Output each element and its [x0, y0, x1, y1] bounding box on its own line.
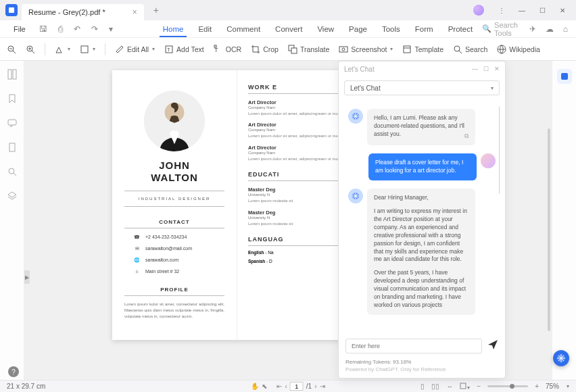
last-page-icon[interactable]: ⇥	[320, 383, 325, 390]
send-icon[interactable]: ✈	[529, 24, 536, 34]
chat-input[interactable]	[345, 339, 482, 353]
expand-panel-handle[interactable]: ▶	[24, 270, 30, 284]
search-tools-input[interactable]: 🔍 Search Tools	[482, 21, 520, 37]
comment-icon[interactable]	[7, 118, 18, 128]
ai-avatar-icon	[348, 109, 363, 124]
wikipedia-button[interactable]: Wikipedia	[497, 45, 540, 54]
tokens-remaining: Remaining Tokens: 93.18%	[345, 359, 498, 365]
resume-subtitle: INDUSTRIAL DESIGNER	[124, 191, 224, 207]
save-icon[interactable]: 🖫	[39, 24, 47, 34]
resume-name-first: JOHN	[124, 160, 224, 172]
zoom-out-status-icon[interactable]: −	[477, 383, 481, 390]
user-avatar-icon	[481, 153, 496, 168]
cloud-icon[interactable]: ☁	[546, 24, 554, 34]
status-bar: 21 x 29.7 cm ✋ ⬉ ⇤ ‹ /1 › ⇥ ▯ ▯▯ ↔ ▾ − +…	[0, 380, 576, 392]
maximize-icon[interactable]: ☐	[534, 2, 550, 18]
zoom-out-icon[interactable]	[7, 45, 16, 54]
fit-page-icon[interactable]: ▾	[460, 383, 470, 391]
chat-mode-dropdown[interactable]: Let's Chat ▾	[344, 80, 500, 95]
prev-page-icon[interactable]: ‹	[285, 383, 287, 390]
search-button[interactable]: Search	[453, 45, 487, 54]
zoom-in-status-icon[interactable]: +	[535, 383, 539, 390]
template-button[interactable]: Template	[402, 45, 443, 54]
menu-tools[interactable]: Tools	[375, 22, 407, 36]
svg-rect-24	[8, 120, 16, 125]
hand-tool-icon[interactable]: ✋	[251, 383, 259, 390]
continuous-icon[interactable]: ▯▯	[431, 383, 439, 390]
layers-icon[interactable]	[7, 191, 18, 201]
chat-close-icon[interactable]: ✕	[494, 66, 500, 72]
svg-rect-8	[81, 46, 88, 53]
edit-all-button[interactable]: Edit All▾	[115, 45, 155, 54]
profile-heading: PROFILE	[124, 287, 224, 296]
send-message-icon[interactable]	[487, 339, 498, 353]
file-menu[interactable]: File	[8, 22, 31, 36]
menu-protect[interactable]: Protect	[441, 22, 479, 36]
user-avatar-icon[interactable]	[473, 5, 484, 16]
minimize-icon[interactable]: —	[514, 2, 530, 18]
redo-icon[interactable]: ↷	[91, 24, 98, 34]
menu-home[interactable]: Home	[156, 22, 191, 36]
search-panel-icon[interactable]	[7, 166, 18, 177]
help-icon[interactable]: ?	[8, 366, 19, 377]
thumbnails-icon[interactable]	[7, 69, 18, 80]
ai-panel-icon[interactable]	[557, 69, 572, 84]
shape-icon[interactable]: ▾	[80, 45, 95, 54]
close-window-icon[interactable]: ✕	[554, 2, 571, 18]
zoom-percent: 75%	[546, 383, 559, 390]
ai-assistant-button[interactable]	[553, 350, 569, 366]
close-tab-icon[interactable]: ×	[133, 7, 137, 17]
chat-scrollbar[interactable]	[499, 106, 500, 194]
undo-icon[interactable]: ↶	[74, 24, 80, 34]
search-placeholder: Search Tools	[494, 21, 520, 37]
new-tab-button[interactable]: +	[153, 5, 159, 16]
vertical-scrollbar[interactable]	[548, 128, 550, 331]
chat-mode-label: Let's Chat	[350, 84, 381, 92]
chat-min-icon[interactable]: —	[472, 66, 478, 72]
next-page-icon[interactable]: ›	[314, 383, 316, 390]
menu-view[interactable]: View	[310, 22, 341, 36]
crop-button[interactable]: Crop	[251, 45, 279, 54]
svg-text:T: T	[167, 47, 170, 53]
svg-point-19	[454, 46, 460, 51]
menu-form[interactable]: Form	[408, 22, 440, 36]
first-page-icon[interactable]: ⇤	[277, 383, 282, 390]
zoom-dropdown-icon[interactable]: ▾	[567, 383, 569, 389]
attachment-icon[interactable]	[7, 142, 18, 153]
chat-body: Hello, I am Lumi. Please ask any documen…	[344, 102, 500, 333]
page-number-input[interactable]	[290, 382, 304, 391]
menu-page[interactable]: Page	[342, 22, 374, 36]
chat-max-icon[interactable]: ☐	[483, 66, 489, 72]
menu-convert[interactable]: Convert	[268, 22, 309, 36]
svg-rect-14	[291, 48, 297, 53]
ocr-button[interactable]: TOCR	[214, 45, 241, 54]
bookmark-icon[interactable]	[7, 93, 18, 104]
svg-point-26	[9, 168, 14, 174]
chat-message-user: Please draft a cover letter for me, I am…	[348, 153, 496, 180]
add-text-button[interactable]: TAdd Text	[164, 45, 204, 54]
qat-dropdown-icon[interactable]: ▾	[109, 24, 113, 34]
main-menu: Home Edit Comment Convert View Page Tool…	[156, 22, 479, 36]
document-tab[interactable]: Resume - Grey(2).pdf * ×	[22, 4, 144, 20]
select-tool-icon[interactable]: ⬉	[262, 383, 267, 390]
translate-button[interactable]: Translate	[288, 45, 329, 54]
highlight-icon[interactable]: ▾	[55, 45, 70, 54]
more-icon[interactable]: ⋮	[494, 2, 510, 18]
svg-rect-30	[561, 73, 568, 80]
menu-comment[interactable]: Comment	[220, 22, 267, 36]
svg-rect-23	[13, 70, 16, 79]
fit-width-icon[interactable]: ↔	[446, 383, 453, 390]
menu-edit[interactable]: Edit	[191, 22, 218, 36]
print-icon[interactable]: ⎙	[58, 24, 63, 34]
separator	[45, 43, 45, 55]
screenshot-button[interactable]: Screenshot▾	[339, 45, 393, 54]
contact-address: ⌂Main street # 32	[124, 268, 224, 274]
home-icon[interactable]: ⌂	[563, 24, 568, 34]
left-rail	[0, 61, 24, 380]
copy-icon[interactable]: ⧉	[464, 132, 469, 141]
zoom-slider[interactable]	[487, 385, 528, 387]
svg-rect-25	[9, 143, 15, 151]
svg-rect-0	[9, 7, 14, 13]
zoom-in-icon[interactable]	[26, 45, 35, 54]
single-page-icon[interactable]: ▯	[421, 383, 425, 390]
